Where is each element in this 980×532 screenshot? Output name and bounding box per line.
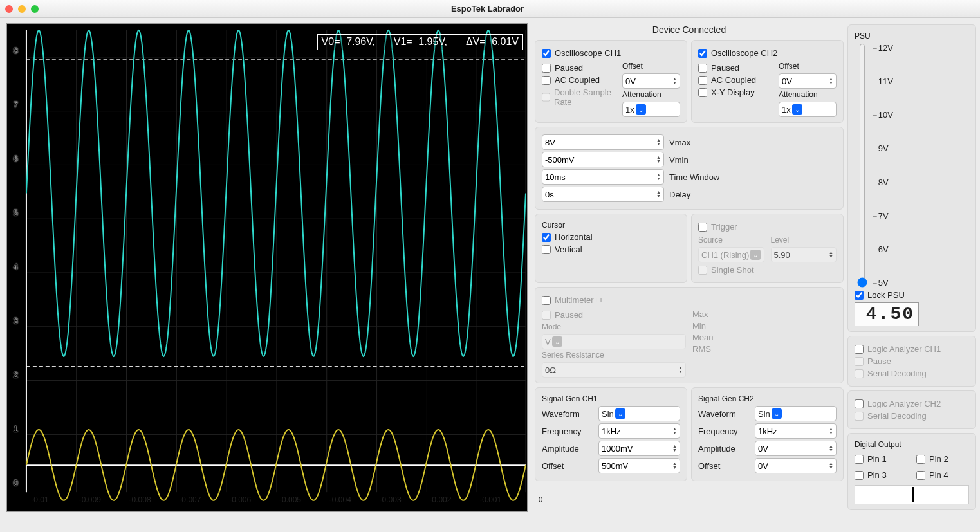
vmax-input[interactable]: ▲▼ <box>542 134 664 150</box>
ch1-atten[interactable]: 1x⌄ <box>622 102 680 117</box>
range-panel: ▲▼Vmax ▲▼Vmin ▲▼Time Window ▲▼Delay <box>535 127 844 210</box>
stepper-icon[interactable]: ▲▼ <box>672 427 677 435</box>
maximize-icon[interactable] <box>31 5 39 13</box>
stepper-icon[interactable]: ▲▼ <box>656 190 661 198</box>
sg2-offset[interactable]: ▲▼ <box>755 458 837 473</box>
sg2-waveform[interactable]: Sin⌄ <box>755 406 837 421</box>
osc-ch2-enable[interactable]: Oscilloscope CH2 <box>698 48 837 58</box>
do-pin1[interactable]: Pin 1 <box>855 454 907 464</box>
close-icon[interactable] <box>5 5 13 13</box>
window-controls <box>5 5 39 13</box>
ch2-offset-label: Offset <box>779 62 837 71</box>
sg1-title: Signal Gen CH1 <box>542 394 680 403</box>
stepper-icon[interactable]: ▲▼ <box>829 462 833 470</box>
la-ch1-panel: Logic Analyzer CH1 Pause Serial Decoding <box>847 336 976 387</box>
do-pin2[interactable]: Pin 2 <box>916 454 969 464</box>
delay-label: Delay <box>669 190 690 199</box>
ch1-ac[interactable]: AC Coupled <box>542 75 616 85</box>
sg1-frequency[interactable]: ▲▼ <box>598 423 680 439</box>
chevron-down-icon: ⌄ <box>615 408 625 419</box>
oscilloscope-display[interactable]: V0= 7.96V, V1= 1.95V, ΔV= 6.01V <box>6 23 528 512</box>
do-pin3[interactable]: Pin 3 <box>855 470 907 480</box>
psu-slider[interactable] <box>855 43 870 288</box>
stepper-icon[interactable]: ▲▼ <box>672 462 677 470</box>
mm-mean-label: Mean <box>692 333 714 342</box>
la1-serial: Serial Decoding <box>855 369 969 378</box>
cursor-horizontal[interactable]: Horizontal <box>542 232 680 242</box>
sg2-frequency[interactable]: ▲▼ <box>755 423 837 439</box>
ch1-dsr: Double Sample Rate <box>542 87 616 107</box>
siggen-ch2-panel: Signal Gen CH2 WaveformSin⌄ Frequency▲▼ … <box>691 387 844 481</box>
chevron-down-icon: ⌄ <box>552 336 562 347</box>
psu-display: 4.50 <box>855 302 919 326</box>
stepper-icon[interactable]: ▲▼ <box>656 173 661 181</box>
digital-output-panel: Digital Output Pin 1 Pin 2 Pin 3 Pin 4 <box>847 433 976 510</box>
sg2-off-label: Offset <box>698 461 750 471</box>
sg2-amp-label: Amplitude <box>698 444 750 454</box>
tw-label: Time Window <box>669 172 719 182</box>
sg1-amplitude[interactable]: ▲▼ <box>598 441 680 456</box>
psu-lock[interactable]: Lock PSU <box>855 290 969 300</box>
sg1-amp-label: Amplitude <box>542 444 593 454</box>
titlebar: EspoTek Labrador <box>0 0 980 18</box>
timewindow-input[interactable]: ▲▼ <box>542 169 664 185</box>
stepper-icon[interactable]: ▲▼ <box>672 77 677 85</box>
window-title: EspoTek Labrador <box>39 4 936 14</box>
ch1-paused[interactable]: Paused <box>542 63 616 73</box>
sg2-title: Signal Gen CH2 <box>698 394 837 403</box>
osc-ch1-panel: Oscilloscope CH1 Paused AC Coupled Doubl… <box>535 40 687 123</box>
scope-readout: V0= 7.96V, V1= 1.95V, ΔV= 6.01V <box>317 34 523 50</box>
stepper-icon[interactable]: ▲▼ <box>656 138 661 146</box>
ch2-xy[interactable]: X-Y Display <box>698 87 772 97</box>
stepper-icon[interactable]: ▲▼ <box>829 445 833 452</box>
multimeter-enable[interactable]: Multimeter++ <box>542 295 837 305</box>
siggen-ch1-panel: Signal Gen CH1 WaveformSin⌄ Frequency▲▼ … <box>535 387 687 481</box>
cursor-title: Cursor <box>542 221 680 230</box>
trigger-panel: Trigger Source CH1 (Rising)⌄ Single Shot… <box>691 214 844 283</box>
stepper-icon[interactable]: ▲▼ <box>829 427 833 435</box>
stepper-icon: ▲▼ <box>678 366 683 374</box>
stepper-icon[interactable]: ▲▼ <box>829 77 833 85</box>
sg2-freq-label: Frequency <box>698 427 750 436</box>
sg2-amplitude[interactable]: ▲▼ <box>755 441 837 456</box>
delay-input[interactable]: ▲▼ <box>542 187 664 202</box>
cursor-panel: Cursor Horizontal Vertical <box>535 214 687 283</box>
ch1-offset[interactable]: ▲▼ <box>622 73 680 89</box>
sg1-waveform[interactable]: Sin⌄ <box>598 406 680 421</box>
la-ch2-panel: Logic Analyzer CH2 Serial Decoding <box>847 390 976 429</box>
trigger-enable[interactable]: Trigger <box>698 222 837 232</box>
mm-min-label: Min <box>692 321 706 331</box>
mm-mode-label: Mode <box>542 322 686 331</box>
trigger-level: ▲▼ <box>771 247 837 262</box>
sg1-wf-label: Waveform <box>542 409 593 419</box>
cursor-vertical[interactable]: Vertical <box>542 244 680 254</box>
la2-enable[interactable]: Logic Analyzer CH2 <box>855 399 969 408</box>
ch2-ac[interactable]: AC Coupled <box>698 75 772 85</box>
do-title: Digital Output <box>855 440 969 449</box>
chevron-down-icon: ⌄ <box>772 408 782 419</box>
do-indicator <box>855 485 969 504</box>
ch2-atten[interactable]: 1x⌄ <box>779 102 837 117</box>
la2-serial: Serial Decoding <box>855 411 969 421</box>
mm-paused: Paused <box>542 310 686 320</box>
psu-panel: PSU –12V–11V–10V–9V–8V–7V–6V–5V Lock PSU… <box>847 24 976 332</box>
ch2-offset[interactable]: ▲▼ <box>779 73 837 89</box>
trigger-source-label: Source <box>698 235 764 244</box>
vmin-input[interactable]: ▲▼ <box>542 152 664 167</box>
do-pin4[interactable]: Pin 4 <box>916 470 969 480</box>
stepper-icon[interactable]: ▲▼ <box>672 445 677 452</box>
osc-ch1-enable[interactable]: Oscilloscope CH1 <box>542 48 680 58</box>
mm-mode: V⌄ <box>542 334 686 349</box>
vmax-label: Vmax <box>669 138 690 147</box>
mm-sr-label: Series Resistance <box>542 351 686 360</box>
stepper-icon: ▲▼ <box>829 251 833 259</box>
psu-title: PSU <box>855 32 969 41</box>
minimize-icon[interactable] <box>18 5 26 13</box>
sg2-wf-label: Waveform <box>698 409 750 419</box>
sg1-off-label: Offset <box>542 461 593 471</box>
trigger-level-label: Level <box>771 235 837 244</box>
stepper-icon[interactable]: ▲▼ <box>656 156 661 163</box>
la1-enable[interactable]: Logic Analyzer CH1 <box>855 344 969 354</box>
sg1-offset[interactable]: ▲▼ <box>598 458 680 473</box>
ch2-paused[interactable]: Paused <box>698 63 772 73</box>
